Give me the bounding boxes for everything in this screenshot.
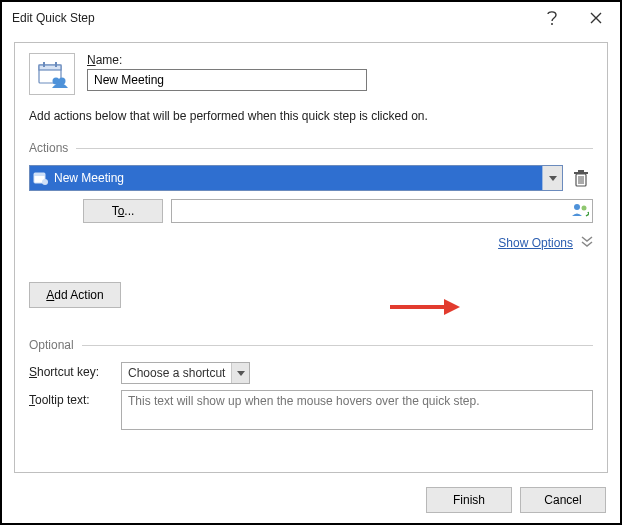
action-type-combo[interactable]: New Meeting (29, 165, 563, 191)
tooltip-label: Tooltip text: (29, 390, 115, 407)
quick-step-icon-button[interactable] (29, 53, 75, 95)
svg-rect-2 (39, 65, 61, 70)
show-options-link[interactable]: Show Options (498, 236, 573, 250)
to-input[interactable] (171, 199, 593, 223)
finish-button[interactable]: Finish (426, 487, 512, 513)
svg-point-16 (574, 204, 580, 210)
shortcut-value: Choose a shortcut (122, 366, 231, 380)
close-icon (590, 12, 602, 24)
help-icon (546, 10, 558, 26)
delete-action-button[interactable] (569, 166, 593, 190)
tooltip-textarea[interactable] (121, 390, 593, 430)
svg-point-0 (551, 23, 553, 25)
actions-section-header: Actions (29, 141, 593, 155)
svg-rect-3 (43, 62, 45, 67)
cancel-button[interactable]: Cancel (520, 487, 606, 513)
name-label: Name: (87, 53, 593, 67)
shortcut-label: Shortcut key: (29, 362, 115, 379)
meeting-icon (30, 171, 52, 185)
address-book-icon[interactable] (571, 202, 589, 221)
title-bar: Edit Quick Step (2, 2, 620, 34)
close-button[interactable] (574, 3, 618, 33)
window-title: Edit Quick Step (12, 11, 530, 25)
to-button[interactable]: To... (83, 199, 163, 223)
calendar-people-icon (36, 59, 68, 89)
annotation-arrow (388, 297, 460, 317)
help-button[interactable] (530, 3, 574, 33)
svg-point-17 (582, 206, 587, 211)
shortcut-select[interactable]: Choose a shortcut (121, 362, 250, 384)
add-action-button[interactable]: Add Action (29, 282, 121, 308)
expand-icon[interactable] (581, 235, 593, 250)
name-input[interactable] (87, 69, 367, 91)
svg-rect-4 (55, 62, 57, 67)
optional-section-header: Optional (29, 338, 593, 352)
dialog-body: Name: Add actions below that will be per… (14, 42, 608, 473)
shortcut-drop-icon (231, 363, 249, 383)
svg-point-9 (42, 179, 48, 185)
trash-icon (573, 169, 589, 187)
svg-rect-8 (34, 173, 45, 176)
action-type-value: New Meeting (52, 171, 542, 185)
description-text: Add actions below that will be performed… (29, 109, 593, 123)
action-type-drop-icon[interactable] (542, 166, 562, 190)
svg-rect-11 (574, 172, 588, 174)
svg-rect-12 (578, 170, 584, 172)
